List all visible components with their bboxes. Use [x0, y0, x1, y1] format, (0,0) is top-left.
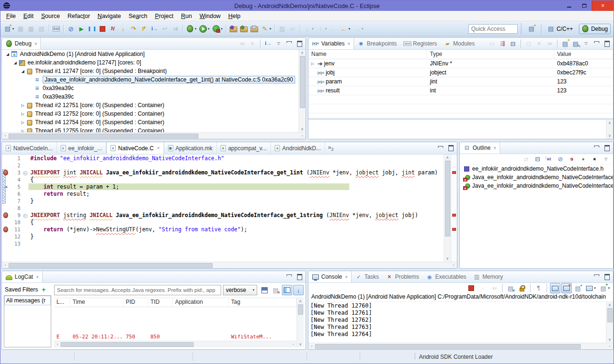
menu-run[interactable]: Run [177, 12, 195, 20]
logcat-column-l[interactable]: L... [54, 298, 70, 307]
code-line[interactable]: →5 int result = param + 1; [2, 183, 444, 190]
run-button[interactable]: ▾ [198, 24, 211, 34]
logcat-column-pid[interactable]: PID [123, 298, 148, 307]
column-header-type[interactable]: Type [427, 50, 554, 59]
show-stderr-button[interactable] [561, 283, 572, 293]
debug-horizontal-scrollbar[interactable]: ‹› [2, 132, 306, 139]
back-button[interactable]: ▾ [339, 24, 352, 34]
menu-refactor[interactable]: Refactor [64, 12, 93, 20]
editor-maximize-button[interactable] [446, 144, 456, 153]
autoscroll-button[interactable] [293, 285, 304, 295]
pin-console-button[interactable] [573, 283, 583, 293]
close-icon[interactable]: × [345, 274, 348, 280]
maximize-button[interactable] [295, 39, 304, 48]
log-level-select[interactable]: verbose ▾ [223, 285, 257, 295]
logcat-search-input[interactable]: Search for messages. Accepts Java regexe… [54, 285, 221, 295]
tab-problems[interactable]: Problems [382, 271, 423, 282]
tab-console[interactable]: Console× [308, 271, 352, 282]
close-icon[interactable]: × [347, 41, 350, 46]
perspective-debug-button[interactable]: Debug [579, 24, 611, 34]
variables-row[interactable]: ▷➔jenvJNIEnv *0xb4878ac0 [308, 59, 613, 68]
open-console-button[interactable]: ▾ [598, 283, 611, 293]
menu-navigate[interactable]: Navigate [94, 12, 125, 20]
show-logical-structure-button[interactable] [498, 39, 507, 48]
suspend-button[interactable] [87, 24, 97, 34]
tab-breakpoints[interactable]: Breakpoints [354, 38, 400, 49]
tab-variables[interactable]: Variables× [308, 38, 354, 49]
restore-window-button[interactable] [577, 0, 592, 11]
breakpoint-icon[interactable] [3, 227, 8, 232]
logcat-column-app[interactable]: Application [173, 298, 229, 307]
tree-row[interactable]: ◢Thread #1 12747 [core: 0] (Suspended : … [2, 67, 298, 75]
filters-button[interactable] [589, 154, 600, 164]
editor-tab-nativecode-c[interactable]: cNativeCode.C× [106, 142, 164, 154]
logcat-horizontal-scrollbar[interactable]: ‹› [54, 341, 297, 347]
open-perspective-button[interactable] [525, 24, 538, 34]
editor-vertical-scrollbar[interactable]: ∧∨ [444, 155, 451, 262]
tree-row[interactable]: ▷Thread #3 12752 [core: 0] (Suspended : … [2, 109, 298, 118]
menu-source[interactable]: Source [37, 12, 64, 20]
collapse-all-button[interactable] [532, 154, 543, 164]
new-watch-expression-button[interactable] [560, 39, 570, 48]
editor-annotation-gutter[interactable] [2, 227, 9, 232]
variables-row[interactable]: (x)=jobjjobject0xbec27f9c [308, 68, 613, 77]
tree-expander-icon[interactable]: ◢ [5, 52, 10, 56]
maximize-button[interactable] [602, 39, 612, 48]
menu-edit[interactable]: Edit [19, 12, 37, 20]
tree-row[interactable]: 0xa39ea39c [2, 92, 298, 101]
variables-row[interactable]: (x)=paramjint123 [308, 77, 613, 86]
logcat-vertical-scrollbar[interactable]: ∧∨ [297, 298, 304, 347]
outline-item[interactable]: Java_ee_infokiir_androidndkdemo_NativeCo… [460, 173, 613, 182]
editor-horizontal-scrollbar[interactable]: ‹› [2, 262, 457, 268]
minimize-button[interactable] [592, 39, 601, 48]
tab-tasks[interactable]: Tasks [352, 271, 382, 282]
tree-row[interactable]: ▷Thread #5 12755 [core: 0] (Suspended : … [2, 127, 298, 132]
console-maximize-button[interactable] [602, 272, 612, 282]
outline-item[interactable]: Java_ee_infokiir_androidndkdemo_NativeCo… [460, 182, 613, 190]
view-menu-button[interactable] [581, 39, 591, 48]
step-return-button[interactable] [139, 24, 149, 34]
tab-outline-view[interactable]: Outline × [460, 142, 500, 154]
code-editor[interactable]: 1#include "ee_infokiir_androidndkdemo_Na… [2, 155, 444, 262]
tree-expander-icon[interactable]: ▷ [20, 103, 26, 108]
editor-annotation-gutter[interactable] [2, 212, 9, 218]
variables-row[interactable]: (x)=resultint123 [308, 86, 613, 95]
error-marker-icon[interactable] [452, 171, 456, 174]
menu-project[interactable]: Project [151, 12, 177, 20]
overview-ruler[interactable] [451, 155, 457, 262]
code-line[interactable]: 7} [2, 197, 444, 204]
column-header-value[interactable]: Value [554, 50, 613, 59]
tree-row[interactable]: ▷Thread #4 12754 [core: 0] (Suspended : … [2, 118, 298, 127]
menu-search[interactable]: Search [125, 12, 151, 20]
logcat-column-time[interactable]: Time [70, 298, 123, 307]
code-line[interactable]: 9−JNIEXPORT jstring JNICALL Java_ee_info… [2, 211, 444, 218]
code-line[interactable]: 1#include "ee_infokiir_androidndkdemo_Na… [2, 155, 444, 162]
column-header-name[interactable]: Name [308, 50, 427, 59]
clear-console-button[interactable] [505, 283, 516, 293]
code-line[interactable]: 10{ [2, 218, 444, 226]
tree-expander-icon[interactable]: ▷ [20, 112, 26, 116]
logcat-maximize-button[interactable] [295, 272, 304, 282]
display-console-button[interactable]: ▾ [584, 283, 597, 293]
logcat-column-tag[interactable]: Tag [229, 298, 297, 307]
search-toolbar-button[interactable]: ▾ [260, 24, 273, 34]
console-minimize-button[interactable] [592, 272, 601, 282]
editor-annotation-gutter[interactable] [2, 170, 9, 175]
console-vertical-scrollbar[interactable]: ∧∨ [606, 302, 613, 343]
view-menu-button[interactable] [274, 39, 283, 48]
code-line[interactable]: 8 [2, 204, 444, 211]
public-only-button[interactable] [578, 154, 588, 164]
tree-expander-icon[interactable]: ▷ [20, 120, 26, 125]
error-marker-icon[interactable] [452, 214, 456, 217]
hide-static-button[interactable] [567, 154, 577, 164]
close-window-button[interactable]: × [592, 0, 614, 11]
menu-help[interactable]: Help [224, 12, 244, 20]
editor-tab-nativecodein-[interactable]: JNativeCodeIn... [2, 142, 57, 154]
tab-modules[interactable]: Modules [440, 38, 478, 49]
logcat-column-tid[interactable]: TID [148, 298, 173, 307]
close-icon[interactable]: × [157, 146, 160, 151]
tree-row[interactable]: 0xa39ea39c [2, 84, 298, 92]
close-icon[interactable]: × [36, 274, 39, 280]
breakpoint-icon[interactable] [3, 170, 8, 175]
fold-gutter[interactable]: − [22, 169, 28, 176]
